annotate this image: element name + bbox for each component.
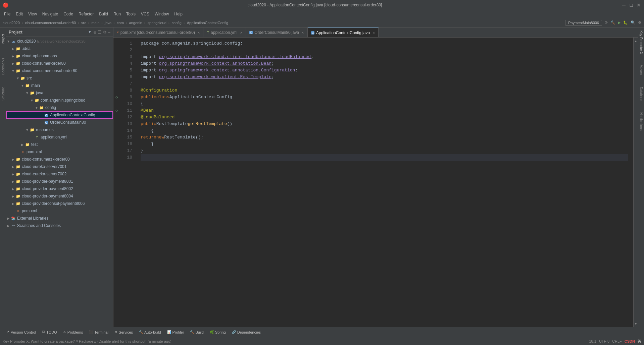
bottom-tab-version-control[interactable]: ⎇Version Control	[3, 330, 39, 335]
bottom-tab-dependencies[interactable]: 🔗Dependencies	[229, 330, 263, 335]
run-icon[interactable]: ▶	[618, 20, 621, 25]
menu-item-code[interactable]: Code	[61, 11, 76, 17]
tree-item-cloud-provider-payment8001[interactable]: ▶📁cloud-provider-payment8001	[6, 178, 113, 185]
bottom-tab-auto-build[interactable]: 🔨Auto-build	[136, 330, 164, 335]
menu-item-view[interactable]: View	[26, 11, 40, 17]
breadcrumb-part: config	[172, 21, 182, 25]
menu-item-vcs[interactable]: VCS	[138, 11, 152, 17]
menu-item-run[interactable]: Run	[111, 11, 123, 17]
line-number: 8	[120, 87, 135, 94]
bottom-tab-problems[interactable]: ⚠Problems	[60, 330, 86, 335]
breadcrumb-part: cloud-consumerconsul-order80	[25, 21, 76, 25]
window-controls: ─ □ ✕	[621, 2, 641, 8]
gutter-cell	[113, 134, 120, 141]
tree-item-cloud-api-commons[interactable]: ▶📁cloud-api-commons	[6, 52, 113, 60]
right-tab-database[interactable]: Database	[639, 84, 644, 104]
tree-arrow: ▶	[11, 165, 15, 169]
tree-item-scratches[interactable]: ▶✏Scratches and Consoles	[6, 222, 113, 229]
tree-item-cloud2020[interactable]: ▼☁cloud2020E:\idea-workspace\cloud2020	[6, 38, 113, 45]
bottom-tab-services[interactable]: ⚙Services	[112, 330, 136, 335]
tree-item-config[interactable]: ▼📁config	[6, 104, 113, 111]
tree-item-cloud-providerconsul-payment8006[interactable]: ▶📁cloud-providerconsul-payment8006	[6, 200, 113, 207]
tree-item-cloud-eureka-server7001[interactable]: ▶📁cloud-eureka-server7001	[6, 163, 113, 170]
tree-item-external-libraries[interactable]: ▶📚External Libraries	[6, 215, 113, 222]
settings-icon[interactable]: ⚙	[638, 20, 641, 25]
main-area: Project Bookmarks Structure Project ▼ ⊕ …	[0, 27, 644, 327]
right-tab-maven[interactable]: Maven	[639, 60, 644, 80]
breadcrumb-part: java	[105, 21, 111, 25]
settings-panel-icon[interactable]: ⚙	[103, 30, 107, 35]
maximize-button[interactable]: □	[629, 2, 634, 8]
sidebar-tab-bookmarks[interactable]: Bookmarks	[0, 56, 6, 76]
bottom-tab-spring[interactable]: 🌿Spring	[207, 330, 229, 335]
menu-item-window[interactable]: Window	[152, 11, 172, 17]
tree-item-pom.xml-root[interactable]: ×pom.xml	[6, 207, 113, 215]
tree-item-cloud-consumerconsul-order80[interactable]: ▼📁cloud-consumerconsul-order80	[6, 67, 113, 74]
search-icon[interactable]: 🔍	[631, 20, 635, 25]
tab-icon-orderconsulmain: C	[249, 31, 253, 34]
bottom-tab-terminal[interactable]: ⬛Terminal	[86, 330, 111, 335]
debug-icon[interactable]: 🐛	[623, 20, 628, 25]
tab-close-appcontextconfig[interactable]: ×	[373, 31, 375, 35]
menu-item-file[interactable]: File	[1, 11, 13, 17]
tab-close-application[interactable]: ×	[240, 31, 242, 35]
tree-arrow: ▼	[34, 106, 39, 110]
tree-arrow: ▼	[6, 40, 11, 43]
tree-item-ApplicationContextConfig[interactable]: CApplicationContextConfig	[6, 111, 113, 119]
tree-icon-folder: 📁	[20, 76, 26, 80]
breadcrumb-part: angenin	[129, 21, 142, 25]
line-number: 13	[120, 121, 135, 127]
tab-pom[interactable]: ×pom.xml (cloud-consumerconsul-order80)×	[113, 27, 203, 37]
sidebar-tab-structure[interactable]: Structure	[0, 84, 6, 104]
locate-icon[interactable]: ⊕	[93, 30, 97, 35]
tab-application[interactable]: Yapplication.yml×	[203, 27, 246, 37]
build-icon[interactable]: 🔨	[610, 20, 615, 25]
tree-item-test[interactable]: ▶📁test	[6, 141, 113, 148]
tree-item-main[interactable]: ▼📁main	[6, 82, 113, 89]
scroll-up[interactable]: ▲	[634, 38, 638, 44]
tree-item-cloud-consumer-order80[interactable]: ▶📁cloud-consumer-order80	[6, 60, 113, 67]
gutter-cell	[113, 74, 120, 80]
breadcrumb-part: com	[117, 21, 124, 25]
tree-item-cloud-provider-payment8004[interactable]: ▶📁cloud-provider-payment8004	[6, 192, 113, 200]
right-tab-keypromoter[interactable]: Key Promoter X	[639, 29, 644, 56]
close-button[interactable]: ✕	[636, 2, 641, 8]
bottom-tab-todo[interactable]: ☑TODO	[39, 330, 60, 335]
sidebar-tab-project[interactable]: Project	[0, 29, 6, 49]
bottom-tab-build[interactable]: 🔨Build	[187, 330, 206, 335]
refresh-icon[interactable]: ⟳	[605, 20, 608, 25]
right-tab-notifications[interactable]: Notifications	[639, 108, 644, 135]
menu-item-edit[interactable]: Edit	[13, 11, 26, 17]
tree-item-pom.xml-consul[interactable]: ×pom.xml	[6, 148, 113, 156]
bottom-tab-profiler[interactable]: 📊Profiler	[164, 330, 187, 335]
minimize-button[interactable]: ─	[621, 2, 627, 8]
tree-item-resources[interactable]: ▼📁resources	[6, 126, 113, 133]
tab-close-pom[interactable]: ×	[198, 31, 200, 35]
expand-icon[interactable]: ☰	[98, 30, 102, 35]
tree-arrow: ▶	[11, 194, 15, 198]
tree-item-OrderConsulMain80[interactable]: COrderConsulMain80	[6, 119, 113, 126]
tree-item-cloud-eureka-server7002[interactable]: ▶📁cloud-eureka-server7002	[6, 170, 113, 178]
collapse-icon[interactable]: –	[108, 30, 110, 35]
titlebar-left: 🔴	[3, 2, 8, 8]
tab-close-orderconsulmain[interactable]: ×	[302, 31, 304, 35]
tab-orderconsulmain[interactable]: COrderConsulMain80.java×	[246, 27, 308, 37]
scroll-down[interactable]: ▼	[634, 320, 638, 327]
run-config-dropdown[interactable]: PaymentMain8006	[565, 20, 602, 26]
menu-item-tools[interactable]: Tools	[123, 11, 138, 17]
code-area[interactable]: package com.angenin.springcloud.config; …	[135, 38, 633, 327]
tree-item-application.yml[interactable]: Yapplication.yml	[6, 133, 113, 141]
breadcrumb-sep: ›	[167, 21, 171, 25]
menu-item-help[interactable]: Help	[171, 11, 185, 17]
menu-item-navigate[interactable]: Navigate	[40, 11, 61, 17]
tree-item-cloud-provider-payment8002[interactable]: ▶📁cloud-provider-payment8002	[6, 185, 113, 192]
tab-icon-application: Y	[207, 31, 209, 34]
tab-appcontextconfig[interactable]: CApplicationContextConfig.java×	[308, 27, 379, 37]
tree-item-java[interactable]: ▼📁java	[6, 89, 113, 97]
menu-item-refactor[interactable]: Refactor	[76, 11, 96, 17]
menu-item-build[interactable]: Build	[96, 11, 111, 17]
tree-item-src[interactable]: ▼📁src	[6, 74, 113, 82]
tree-item-idea[interactable]: ▶📁.idea	[6, 45, 113, 52]
tree-item-com.angenin.springcloud[interactable]: ▼📁com.angenin.springcloud	[6, 97, 113, 104]
tree-item-cloud-consumerzk-order80[interactable]: ▶📁cloud-consumerzk-order80	[6, 156, 113, 163]
